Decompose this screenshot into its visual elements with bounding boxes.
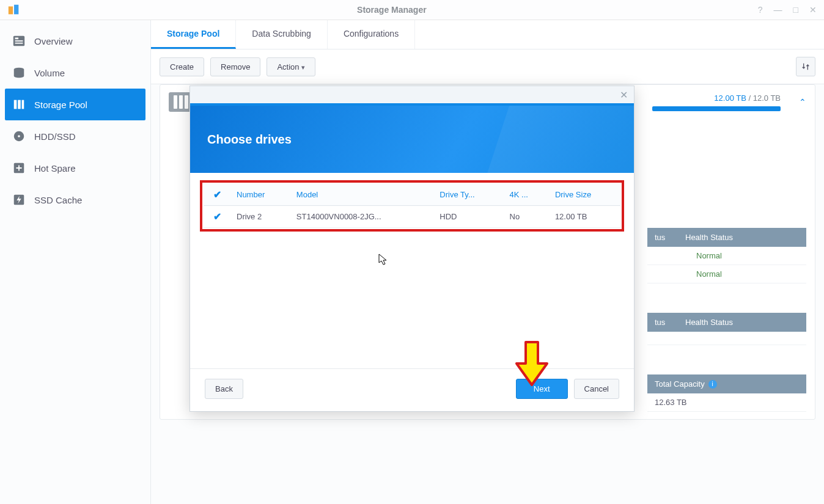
chevron-up-icon[interactable]: ⌃ [799, 97, 806, 107]
sidebar-item-label: Volume [34, 68, 65, 78]
window-controls: ? — □ ✕ [758, 5, 817, 15]
sidebar-item-label: HDD/SSD [34, 131, 76, 142]
close-icon[interactable]: ✕ [620, 89, 628, 101]
col-4k[interactable]: 4K ... [504, 184, 549, 206]
health-table-2: tusHealth Status [647, 313, 806, 345]
sidebar: Overview Volume Storage Pool HDD/SSD Hot… [0, 20, 151, 504]
sidebar-item-label: Overview [34, 36, 73, 46]
app-icon [7, 3, 21, 16]
sidebar-item-label: SSD Cache [34, 195, 82, 205]
tab-data-scrubbing[interactable]: Data Scrubbing [236, 20, 328, 49]
drive-checkbox[interactable]: ✔ [204, 206, 230, 228]
col-model[interactable]: Model [290, 184, 433, 206]
capacity-summary: 12.00 TB / 12.0 TB [652, 93, 781, 111]
minimize-button[interactable]: — [774, 5, 782, 15]
svg-point-11 [18, 135, 20, 137]
info-icon[interactable]: i [708, 380, 717, 389]
sort-icon [801, 62, 811, 71]
overview-icon [12, 34, 26, 48]
sidebar-item-ssd-cache[interactable]: SSD Cache [0, 184, 150, 216]
toolbar: Create Remove Action [151, 49, 824, 84]
window-title: Storage Manager [26, 5, 758, 15]
volume-icon [12, 66, 26, 79]
svg-rect-4 [15, 40, 23, 42]
capacity-used: 12.00 TB [714, 93, 746, 103]
capacity-bar [652, 106, 781, 111]
maximize-button[interactable]: □ [793, 5, 798, 15]
capacity-total: 12.0 TB [753, 93, 781, 103]
sidebar-item-hot-spare[interactable]: Hot Spare [0, 152, 150, 184]
drive-type: HDD [433, 206, 503, 228]
capacity-table: Total Capacity i 12.63 TB [647, 374, 806, 412]
action-dropdown[interactable]: Action [267, 57, 315, 76]
drive-row[interactable]: ✔ Drive 2 ST14000VN0008-2JG... HDD No 12… [204, 206, 620, 228]
hdd-icon [12, 130, 26, 143]
ssd-cache-icon [12, 193, 26, 206]
sidebar-item-hdd-ssd[interactable]: HDD/SSD [0, 120, 150, 152]
col-drive-type[interactable]: Drive Ty... [433, 184, 503, 206]
cursor-icon [378, 254, 388, 268]
svg-rect-1 [14, 5, 18, 15]
back-button[interactable]: Back [205, 379, 243, 399]
sidebar-item-volume[interactable]: Volume [0, 57, 150, 89]
svg-rect-3 [15, 38, 18, 40]
sidebar-item-overview[interactable]: Overview [0, 25, 150, 57]
annotation-arrow [513, 339, 550, 390]
choose-drives-dialog: ✕ Choose drives ✔ Number Model Drive Ty.… [189, 86, 635, 412]
sidebar-item-label: Storage Pool [34, 100, 87, 110]
col-number[interactable]: Number [230, 184, 290, 206]
drive-number: Drive 2 [230, 206, 290, 228]
dialog-footer: Back Next Cancel [190, 368, 634, 411]
health-table-1: tusHealth Status Normal Normal [647, 228, 806, 283]
remove-button[interactable]: Remove [210, 57, 260, 76]
dialog-title: Choose drives [190, 106, 634, 173]
drive-4k: No [504, 206, 549, 228]
svg-rect-5 [15, 43, 23, 44]
svg-rect-0 [9, 7, 13, 15]
drive-model: ST14000VN0008-2JG... [290, 206, 433, 228]
svg-rect-9 [22, 100, 24, 109]
sidebar-item-label: Hot Spare [34, 163, 76, 173]
svg-rect-7 [14, 100, 17, 109]
drive-size: 12.00 TB [549, 206, 620, 228]
health-row: Normal [647, 247, 806, 265]
select-all-checkbox[interactable]: ✔ [204, 184, 230, 206]
health-row: Normal [647, 265, 806, 283]
titlebar: Storage Manager ? — □ ✕ [0, 0, 824, 20]
tab-configurations[interactable]: Configurations [328, 20, 415, 49]
close-window-button[interactable]: ✕ [809, 5, 817, 15]
storage-pool-icon [12, 98, 26, 111]
cancel-button[interactable]: Cancel [574, 379, 619, 399]
sort-button[interactable] [796, 57, 815, 76]
drive-table-highlight: ✔ Number Model Drive Ty... 4K ... Drive … [200, 180, 624, 232]
svg-rect-8 [18, 100, 21, 109]
capacity-value: 12.63 TB [647, 393, 806, 412]
sidebar-item-storage-pool[interactable]: Storage Pool [5, 89, 145, 120]
hot-spare-icon [12, 161, 26, 175]
tab-storage-pool[interactable]: Storage Pool [151, 20, 236, 49]
col-drive-size[interactable]: Drive Size [549, 184, 620, 206]
drive-table: ✔ Number Model Drive Ty... 4K ... Drive … [204, 184, 620, 228]
help-icon[interactable]: ? [758, 5, 763, 15]
tabs: Storage Pool Data Scrubbing Configuratio… [151, 20, 824, 49]
create-button[interactable]: Create [160, 57, 204, 76]
